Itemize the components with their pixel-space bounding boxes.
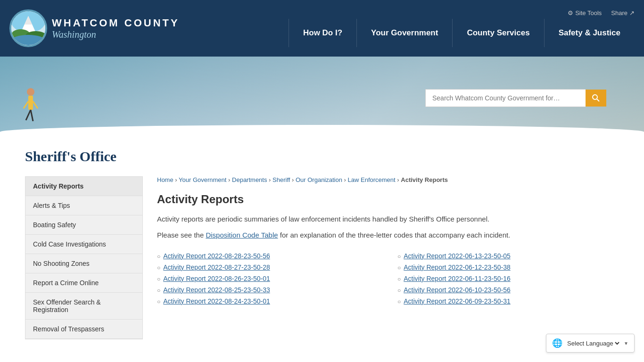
page-title: Sheriff's Office [25, 148, 619, 165]
report-link[interactable]: Activity Report 2022-06-09-23-50-31 [404, 297, 510, 305]
main-content: Home › Your Government › Departments › S… [157, 176, 619, 339]
breadcrumb-law-enforcement[interactable]: Law Enforcement [348, 176, 396, 183]
report-link[interactable]: Activity Report 2022-06-13-23-50-05 [404, 252, 510, 260]
translate-icon: 🌐 [552, 338, 562, 348]
svg-rect-8 [28, 96, 33, 110]
logo-circle [9, 9, 47, 47]
report-link[interactable]: Activity Report 2022-08-26-23-50-01 [163, 275, 270, 282]
list-item: Activity Report 2022-08-26-23-50-01 [157, 273, 379, 284]
county-name: WHATCOM COUNTY Washington [52, 17, 180, 40]
list-item: Activity Report 2022-08-24-23-50-01 [157, 296, 379, 307]
list-item: Activity Report 2022-08-28-23-50-56 [157, 250, 379, 262]
svg-point-13 [593, 95, 597, 99]
breadcrumb-sheriff[interactable]: Sheriff [272, 176, 290, 183]
breadcrumb: Home › Your Government › Departments › S… [157, 176, 619, 183]
nav-how-do-i[interactable]: How Do I? [289, 19, 356, 47]
nav-your-government[interactable]: Your Government [356, 19, 452, 47]
list-item: Activity Report 2022-06-10-23-50-56 [397, 284, 619, 296]
svg-line-10 [31, 110, 33, 121]
share-button[interactable]: Share ↗ [611, 9, 635, 16]
breadcrumb-our-organization[interactable]: Our Organization [296, 176, 342, 183]
breadcrumb-home[interactable]: Home [157, 176, 173, 183]
language-select[interactable]: Select Language [565, 339, 621, 347]
top-tools: ⚙ Site Tools Share ↗ [568, 9, 635, 16]
breadcrumb-your-government[interactable]: Your Government [179, 176, 226, 183]
sidebar-item-no-shooting-zones[interactable]: No Shooting Zones [25, 254, 142, 273]
google-translate-widget: 🌐 Select Language ▼ [546, 334, 635, 353]
svg-line-9 [26, 110, 31, 120]
list-item: Activity Report 2022-08-25-23-50-33 [157, 284, 379, 296]
search-icon [592, 94, 600, 102]
search-bar [425, 89, 606, 107]
description-2: Please see the Disposition Code Table fo… [157, 230, 619, 241]
top-right: ⚙ Site Tools Share ↗ How Do I? Your Gove… [289, 9, 635, 47]
share-icon: ↗ [629, 9, 635, 16]
nav-county-services[interactable]: County Services [452, 19, 544, 47]
list-item: Activity Report 2022-08-27-23-50-28 [157, 262, 379, 273]
page-content: Sheriff's Office Activity Reports Alerts… [16, 139, 628, 358]
svg-line-14 [597, 99, 599, 101]
nav-safety-justice[interactable]: Safety & Justice [544, 19, 635, 47]
sidebar-item-trespassers[interactable]: Removal of Trespassers [25, 320, 142, 339]
main-nav: How Do I? Your Government County Service… [289, 19, 635, 47]
reports-right-list: Activity Report 2022-06-13-23-50-05 Acti… [397, 250, 619, 307]
content-layout: Activity Reports Alerts & Tips Boating S… [25, 176, 619, 339]
reports-grid: Activity Report 2022-08-28-23-50-56 Acti… [157, 250, 619, 307]
hero-wave [0, 125, 644, 139]
reports-left-column: Activity Report 2022-08-28-23-50-56 Acti… [157, 250, 379, 307]
list-item: Activity Report 2022-06-11-23-50-16 [397, 273, 619, 284]
svg-line-11 [24, 101, 28, 108]
sidebar-item-activity-reports[interactable]: Activity Reports [25, 177, 142, 196]
sidebar: Activity Reports Alerts & Tips Boating S… [25, 176, 143, 339]
report-link[interactable]: Activity Report 2022-08-28-23-50-56 [163, 252, 270, 260]
svg-line-12 [33, 101, 38, 108]
sidebar-item-report-crime[interactable]: Report a Crime Online [25, 273, 142, 293]
report-link[interactable]: Activity Report 2022-08-24-23-50-01 [163, 297, 270, 305]
list-item: Activity Report 2022-06-09-23-50-31 [397, 296, 619, 307]
report-link[interactable]: Activity Report 2022-08-27-23-50-28 [163, 263, 270, 271]
report-link[interactable]: Activity Report 2022-08-25-23-50-33 [163, 286, 270, 294]
description-1: Activity reports are periodic summaries … [157, 214, 619, 225]
breadcrumb-current: Activity Reports [401, 176, 448, 183]
reports-left-list: Activity Report 2022-08-28-23-50-56 Acti… [157, 250, 379, 307]
sidebar-item-alerts-tips[interactable]: Alerts & Tips [25, 196, 142, 215]
svg-point-7 [27, 88, 34, 96]
breadcrumb-departments[interactable]: Departments [232, 176, 267, 183]
gear-icon: ⚙ [568, 9, 573, 16]
search-input[interactable] [425, 89, 586, 107]
section-title: Activity Reports [157, 193, 619, 206]
list-item: Activity Report 2022-06-12-23-50-38 [397, 262, 619, 273]
hero-figure-icon [19, 87, 42, 130]
site-tools-button[interactable]: ⚙ Site Tools [568, 9, 602, 16]
site-header: WHATCOM COUNTY Washington ⚙ Site Tools S… [0, 0, 644, 57]
chevron-down-icon: ▼ [624, 341, 628, 346]
sidebar-item-boating-safety[interactable]: Boating Safety [25, 215, 142, 235]
list-item: Activity Report 2022-06-13-23-50-05 [397, 250, 619, 262]
search-button[interactable] [586, 90, 606, 107]
hero-banner [0, 57, 644, 139]
disposition-code-link[interactable]: Disposition Code Table [206, 231, 278, 239]
reports-right-column: Activity Report 2022-06-13-23-50-05 Acti… [397, 250, 619, 307]
report-link[interactable]: Activity Report 2022-06-10-23-50-56 [404, 286, 510, 294]
report-link[interactable]: Activity Report 2022-06-12-23-50-38 [404, 263, 510, 271]
sidebar-item-sex-offender[interactable]: Sex Offender Search & Registration [25, 293, 142, 320]
logo-area[interactable]: WHATCOM COUNTY Washington [9, 9, 180, 47]
sidebar-item-cold-case[interactable]: Cold Case Investigations [25, 235, 142, 254]
report-link[interactable]: Activity Report 2022-06-11-23-50-16 [404, 275, 510, 282]
